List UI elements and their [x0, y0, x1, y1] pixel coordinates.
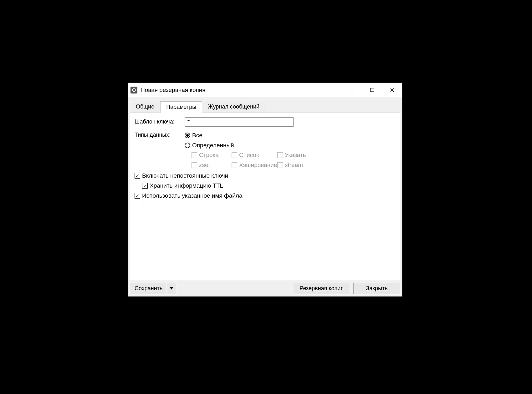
- client-area: Общие Параметры Журнал сообщений Шаблон …: [128, 97, 402, 296]
- label-data-types: Типы данных:: [135, 130, 185, 138]
- checkbox-label: Хранить информацию TTL: [150, 182, 223, 189]
- save-dropdown-arrow[interactable]: [167, 283, 176, 294]
- svg-rect-2: [371, 88, 374, 92]
- parameters-panel: Шаблон ключа: Типы данных: Все Определен…: [130, 113, 400, 280]
- radio-specific[interactable]: Определенный: [185, 140, 321, 150]
- button-label: Закрыть: [366, 285, 387, 292]
- row-data-types: Типы данных: Все Определенный Строка Спи…: [135, 130, 396, 169]
- key-pattern-input[interactable]: [185, 117, 294, 127]
- checkbox-string: Строка: [192, 152, 232, 159]
- save-split-button[interactable]: Сохранить: [130, 283, 176, 294]
- close-button[interactable]: [382, 83, 402, 97]
- window-title: Новая резервная копия: [141, 87, 206, 93]
- type-checkbox-grid: Строка Список Указать zset Хэширование s…: [192, 152, 321, 169]
- checkbox-include-volatile[interactable]: Включать непостоянные ключи: [135, 172, 396, 179]
- tab-general[interactable]: Общие: [130, 101, 160, 113]
- minimize-button[interactable]: [342, 83, 362, 97]
- checkbox-label: Указать: [285, 152, 306, 159]
- radio-icon: [185, 133, 190, 138]
- radio-all[interactable]: Все: [185, 130, 321, 140]
- dialog-window: Новая резервная копия Общие Параметры Жу…: [128, 83, 402, 297]
- checkbox-label: Включать непостоянные ключи: [142, 172, 228, 179]
- checkbox-icon: [135, 173, 140, 179]
- checkbox-icon: [192, 162, 197, 168]
- checkbox-use-filename[interactable]: Использовать указанное имя файла: [135, 192, 396, 199]
- checkbox-label: Использовать указанное имя файла: [142, 192, 243, 199]
- minimize-icon: [350, 88, 354, 92]
- window-controls: [342, 83, 402, 97]
- app-icon: [130, 87, 137, 93]
- checkbox-zset: zset: [192, 162, 232, 169]
- checkbox-list: Список: [232, 152, 277, 159]
- button-label: Резервная копия: [299, 285, 344, 292]
- label-key-pattern: Шаблон ключа:: [135, 117, 185, 125]
- close-icon: [390, 88, 394, 92]
- checkbox-label: Хэширование: [239, 162, 277, 169]
- checkbox-store-ttl[interactable]: Хранить информацию TTL: [142, 182, 396, 189]
- checkbox-label: Строка: [199, 152, 219, 159]
- checkbox-icon: [135, 193, 140, 199]
- tab-label: Общие: [136, 104, 154, 110]
- row-key-pattern: Шаблон ключа:: [135, 117, 396, 127]
- checkbox-hash: Хэширование: [232, 162, 277, 169]
- tab-strip: Общие Параметры Журнал сообщений: [128, 97, 402, 113]
- checkbox-stream: stream: [277, 162, 321, 169]
- radio-label: Определенный: [192, 142, 234, 149]
- tab-label: Параметры: [166, 104, 196, 110]
- checkbox-icon: [277, 162, 283, 168]
- checkbox-label: stream: [285, 162, 303, 169]
- checkbox-set: Указать: [277, 152, 321, 159]
- titlebar[interactable]: Новая резервная копия: [128, 83, 402, 97]
- maximize-button[interactable]: [362, 83, 382, 97]
- save-button-label: Сохранить: [130, 283, 167, 294]
- checkbox-label: Список: [239, 152, 259, 159]
- data-types-group: Все Определенный Строка Список Указать z…: [185, 130, 321, 169]
- checkbox-icon: [232, 152, 237, 158]
- tab-parameters[interactable]: Параметры: [160, 101, 202, 113]
- checkbox-icon: [277, 152, 283, 158]
- close-dialog-button[interactable]: Закрыть: [353, 283, 400, 294]
- chevron-down-icon: [170, 287, 173, 290]
- checkbox-icon: [232, 162, 237, 168]
- filename-input[interactable]: [142, 202, 384, 212]
- maximize-icon: [370, 88, 374, 92]
- checkbox-label: zset: [199, 162, 210, 169]
- tab-label: Журнал сообщений: [208, 104, 259, 110]
- radio-icon: [185, 143, 190, 148]
- checkbox-icon: [142, 183, 148, 189]
- backup-button[interactable]: Резервная копия: [293, 283, 350, 294]
- tab-log[interactable]: Журнал сообщений: [202, 101, 265, 113]
- radio-label: Все: [192, 132, 202, 139]
- footer: Сохранить Резервная копия Закрыть: [128, 280, 402, 296]
- checkbox-icon: [192, 152, 197, 158]
